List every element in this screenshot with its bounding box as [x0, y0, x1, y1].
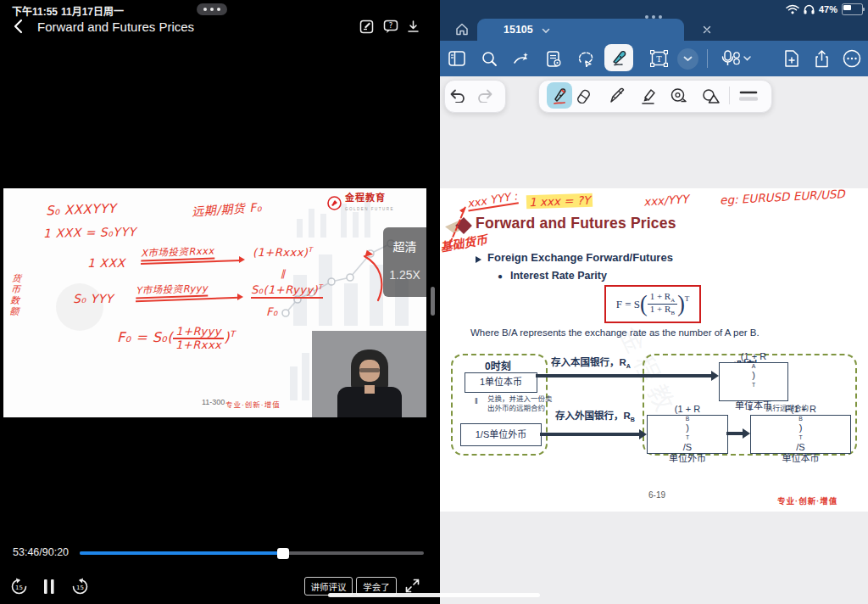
notes-icon[interactable]	[359, 20, 374, 34]
tab-close-icon[interactable]	[703, 25, 711, 34]
box-F1RB-T-S: F(1 + RB)T/S单位本币	[750, 415, 851, 454]
back-button[interactable]	[12, 19, 25, 34]
speed-button[interactable]: 1.25X	[383, 254, 426, 282]
forward-15-icon[interactable]: 15	[71, 578, 89, 596]
svg-text:T: T	[656, 54, 662, 64]
document-view-icon[interactable]	[543, 48, 564, 69]
text-tool-icon[interactable]: T	[648, 48, 669, 69]
fountain-pen-icon[interactable]	[549, 86, 570, 106]
ballpen-icon[interactable]	[607, 86, 627, 106]
pen-tool-selected[interactable]	[604, 44, 633, 71]
shapes-icon[interactable]	[700, 86, 721, 106]
ink-formula: F₀ = S₀(1+Ryyy1+Rxxx)T	[117, 326, 236, 350]
note-page-canvas[interactable]: 金程教育 xxx YYY : 1 xxx = ?Y xxx/YYY eg: EU…	[440, 188, 868, 512]
multitask-dots-pill[interactable]	[197, 3, 227, 15]
equiv-mark-1: ‖	[475, 397, 478, 405]
arrow2-label: 存入外国银行，RB	[555, 408, 635, 423]
thumbnails-icon[interactable]	[447, 48, 467, 69]
redo-icon[interactable]	[476, 86, 496, 106]
svg-text:?: ?	[389, 21, 393, 30]
arrow-execute	[726, 432, 743, 435]
slide-subheading: Interest Rate Parity	[510, 270, 607, 282]
pointer-sparkle-icon[interactable]	[511, 48, 531, 69]
arrow-deposit-foreign-head	[639, 429, 647, 439]
ink-line-3: 远期/期货 F₀	[191, 198, 262, 220]
annotation-3: eg: EURUSD EUR/USD	[720, 188, 845, 207]
equiv-mark-2: ‖	[748, 404, 752, 412]
tab-15105[interactable]: 15105	[477, 19, 684, 41]
battery-icon	[842, 3, 865, 15]
pause-icon[interactable]	[42, 579, 56, 595]
video-player-app[interactable]: 下午11:55 11月17日周一 Forward and Futures Pri…	[0, 0, 428, 604]
highlighter-icon[interactable]	[638, 86, 659, 106]
ink-line-5a: S₀ YYY	[73, 292, 114, 305]
tab-chevron-icon[interactable]	[542, 28, 550, 34]
slide-page-number: 6-19	[648, 490, 665, 500]
ink-arrow-2-head	[237, 294, 243, 300]
ink-margin-label: 货币数额	[5, 273, 22, 318]
progress-handle[interactable]	[277, 548, 289, 559]
ftool-divider	[729, 87, 730, 104]
quality-button[interactable]: 超清	[383, 227, 426, 254]
eraser-icon[interactable]	[575, 86, 595, 106]
ink-curved-arrow	[349, 249, 383, 304]
tape-icon[interactable]	[668, 86, 688, 106]
fullscreen-icon[interactable]	[404, 578, 420, 594]
annotation-1: xxx YYY :	[466, 189, 518, 211]
person-glasses	[359, 368, 380, 372]
progress-fill	[80, 551, 283, 555]
arrow-deposit-foreign	[540, 433, 640, 436]
more-icon[interactable]	[842, 48, 862, 69]
record-audio-icon[interactable]	[718, 48, 755, 69]
heading-bullet	[476, 256, 481, 263]
subheading-bullet: ●	[498, 271, 503, 281]
thickness-icon[interactable]	[738, 86, 759, 106]
slide-heading: Foreign Exchange Forward/Futures	[487, 251, 673, 264]
playback-time: 53:46/90:20	[13, 546, 69, 558]
download-icon[interactable]	[407, 20, 420, 33]
svg-text:15: 15	[15, 584, 23, 591]
where-note: Where B/A represents the exchange rate a…	[470, 327, 760, 338]
svg-text:15: 15	[76, 584, 84, 591]
home-indicator[interactable]	[328, 593, 540, 597]
video-title: Forward and Futures Prices	[37, 20, 194, 34]
status-icons: 47%	[786, 3, 865, 15]
box-1-unit-domestic: 1单位本币	[465, 372, 537, 393]
toolbar-chevron-down[interactable]	[677, 48, 698, 70]
chevron-down-icon	[683, 56, 693, 62]
undo-icon[interactable]	[447, 86, 467, 106]
ink-line-1: S₀ XXXYYY	[46, 201, 117, 219]
webcam-video	[312, 331, 426, 417]
time0-label: 0时刻	[485, 358, 511, 372]
ink-line-4b: X市场投资Rxxx	[141, 243, 214, 261]
arrow-deposit-domestic	[536, 374, 712, 378]
rewind-15-icon[interactable]: 15	[10, 578, 28, 596]
wifi-icon	[786, 4, 799, 14]
battery-percent: 47%	[819, 4, 837, 14]
ink-line-5b: Y市场投资Ryyy	[136, 281, 209, 299]
ink-line-4a: 1 XXX	[87, 256, 125, 270]
interest-rate-parity-formula: F = S ( 1 + RA1 + RB )T	[604, 285, 701, 323]
watermark-circle	[56, 283, 103, 331]
add-page-icon[interactable]	[781, 48, 801, 69]
slide-slogan: 专业·创新·增值	[777, 495, 837, 506]
box-1RB-T-S: (1 + RB)T/S单位外币	[647, 415, 728, 454]
search-icon[interactable]	[479, 48, 499, 69]
ink-line-5c: S₀(1+Ryyy)T	[251, 283, 323, 299]
split-view-divider-handle[interactable]	[431, 287, 435, 316]
quality-speed-overlay: 超清 1.25X	[383, 227, 426, 297]
brand-logo: 金程教育 GOLDEN FUTURE	[327, 193, 394, 212]
share-icon[interactable]	[811, 48, 832, 69]
ink-equiv: ‖	[281, 268, 286, 279]
tab-label: 15105	[504, 24, 533, 36]
notes-app: 47% 15105 T	[440, 0, 868, 604]
slide-title: Forward and Futures Prices	[476, 215, 676, 232]
qa-bubble-icon[interactable]: ?	[383, 20, 398, 34]
home-icon[interactable]	[455, 23, 469, 36]
brand-name: 金程教育	[345, 193, 386, 203]
lecture-video-surface[interactable]: 金程教育 GOLDEN FUTURE S₀ XXXYYY 1 XXX = S₀Y…	[3, 188, 426, 417]
ink-line-5d: F₀	[266, 305, 278, 318]
arrow1-label: 存入本国银行，RA	[551, 355, 631, 370]
lasso-icon[interactable]	[576, 48, 596, 69]
toolbar-divider	[707, 49, 708, 68]
